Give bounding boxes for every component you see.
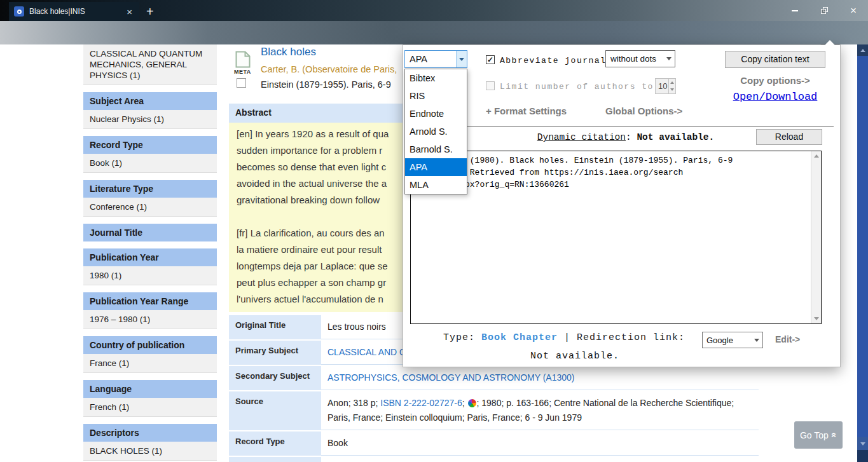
format-settings-link[interactable]: + Format Settings bbox=[486, 105, 567, 116]
format-select-value: APA bbox=[405, 54, 456, 64]
field-value: ASTROPHYSICS, COSMOLOGY AND ASTRONOMY (A… bbox=[321, 366, 759, 390]
field-link[interactable]: ASTROPHYSICS, COSMOLOGY AND ASTRONOMY (A… bbox=[327, 372, 574, 383]
facet-group: LanguageFrench (1) bbox=[83, 380, 217, 417]
facet-item[interactable]: BLACK HOLES (1) bbox=[83, 442, 217, 461]
window-close-button[interactable]: × bbox=[839, 0, 868, 21]
facet-item[interactable]: Book (1) bbox=[83, 154, 217, 173]
format-option[interactable]: Bibtex bbox=[405, 69, 467, 87]
number-spinner[interactable] bbox=[668, 79, 675, 93]
new-tab-button[interactable]: + bbox=[146, 2, 154, 21]
limit-authors-label: Limit number of authors to bbox=[500, 82, 654, 92]
facet-header[interactable]: Journal Title bbox=[83, 224, 217, 241]
record-title-link[interactable]: Black holes bbox=[261, 46, 316, 58]
facet-item[interactable]: France (1) bbox=[83, 354, 217, 373]
format-dropdown-list: BibtexRISEndnoteArnold S.Barnold S.APAML… bbox=[404, 69, 467, 194]
copy-citation-button[interactable]: Copy citation text bbox=[725, 51, 825, 68]
facet-header[interactable]: Publication Year Range bbox=[83, 292, 217, 310]
facet-group: Literature TypeConference (1) bbox=[83, 180, 217, 217]
browser-titlebar: Black holes|INIS × + × bbox=[0, 0, 868, 21]
limit-authors-value: 10 bbox=[656, 79, 668, 93]
field-label: Primary Subject bbox=[229, 341, 321, 365]
dots-select-arrow-icon bbox=[666, 57, 672, 60]
limit-authors-checkbox[interactable] bbox=[486, 81, 495, 90]
facet-group: Record TypeBook (1) bbox=[83, 136, 217, 173]
type-row: Type: Book Chapter | Redirection link: bbox=[443, 332, 691, 343]
window-restore-button[interactable] bbox=[809, 0, 839, 21]
format-option[interactable]: Barnold S. bbox=[405, 140, 467, 158]
global-options-link[interactable]: Global Options-> bbox=[605, 105, 682, 116]
field-row: Literature TypeConference bbox=[229, 457, 759, 462]
format-option[interactable]: APA bbox=[405, 158, 467, 176]
facet-header[interactable]: Country of publication bbox=[83, 336, 217, 354]
format-option[interactable]: Arnold S. bbox=[405, 123, 467, 140]
facet-item[interactable]: French (1) bbox=[83, 398, 217, 417]
limit-authors-input[interactable]: 10 bbox=[655, 78, 676, 94]
record-checkbox[interactable] bbox=[237, 78, 246, 88]
facet-group: DescriptorsBLACK HOLES (1) bbox=[83, 424, 217, 461]
type-label: Type: bbox=[443, 332, 481, 343]
facet-item[interactable]: Conference (1) bbox=[83, 198, 217, 217]
dynamic-citation-value: Not available. bbox=[637, 132, 714, 142]
citation-text: Carter, B. (1980). Black holes. Einstein… bbox=[415, 154, 808, 191]
facet-group: Publication Year Range1976 – 1980 (1) bbox=[83, 292, 217, 329]
dynamic-citation-sep: : bbox=[626, 132, 637, 142]
page-scrollbar[interactable] bbox=[857, 44, 868, 462]
facet-group: Publication Year1980 (1) bbox=[83, 248, 217, 285]
facet-header[interactable]: Record Type bbox=[83, 136, 217, 154]
citation-scrollbar[interactable] bbox=[811, 151, 821, 323]
format-option[interactable]: MLA bbox=[405, 176, 467, 194]
facet-header[interactable]: Subject Area bbox=[83, 92, 217, 110]
popup-notch bbox=[825, 40, 835, 45]
field-label: Record Type bbox=[229, 431, 321, 456]
field-label: Original Title bbox=[229, 315, 321, 339]
format-option[interactable]: Endnote bbox=[405, 105, 467, 123]
copy-options-link[interactable]: Copy options-> bbox=[725, 75, 825, 86]
dots-select-value: without dots bbox=[610, 54, 656, 64]
dots-select[interactable]: without dots bbox=[605, 50, 675, 67]
scrollbar-track-end bbox=[857, 450, 868, 462]
citation-scroll-down-icon[interactable] bbox=[814, 317, 819, 320]
facet-item[interactable]: 1976 – 1980 (1) bbox=[83, 310, 217, 329]
citation-line: /search.aspx?orig_q=RN:13660261 bbox=[415, 179, 808, 191]
go-top-button[interactable]: Go Top« bbox=[794, 421, 843, 449]
edit-link[interactable]: Edit-> bbox=[775, 334, 800, 344]
window-minimize-button[interactable] bbox=[780, 0, 809, 21]
redirect-select-arrow-icon bbox=[754, 339, 759, 342]
citation-textarea[interactable]: Carter, B. (1980). Black holes. Einstein… bbox=[410, 151, 822, 324]
facet-item[interactable]: 1980 (1) bbox=[83, 266, 217, 285]
meta-document-icon bbox=[235, 51, 251, 68]
facet-header[interactable]: Publication Year bbox=[83, 248, 217, 266]
facet-header[interactable]: Descriptors bbox=[83, 424, 217, 442]
format-option[interactable]: RIS bbox=[405, 87, 467, 105]
record-authors[interactable]: Carter, B. (Observatoire de Paris, bbox=[261, 64, 397, 74]
field-row: Record TypeBook bbox=[229, 431, 759, 456]
isbn-link[interactable]: ISBN 2-222-02727-6 bbox=[380, 398, 462, 408]
facet-item[interactable]: CLASSICAL AND QUANTUM MECHANICS, GENERAL… bbox=[83, 44, 217, 85]
scroll-up-arrow[interactable] bbox=[857, 44, 868, 56]
citation-line: Jun 1979. Retrieved from https://inis.ia… bbox=[415, 166, 808, 179]
scroll-down-arrow[interactable] bbox=[857, 437, 868, 450]
field-value: Anon; 318 p; ISBN 2-222-02727-6; ; 1980;… bbox=[321, 391, 759, 430]
facet-header[interactable]: Language bbox=[83, 380, 217, 398]
reload-button[interactable]: Reload bbox=[756, 129, 822, 145]
open-download-link[interactable]: Open/Download bbox=[708, 91, 842, 103]
go-top-label: Go Top bbox=[800, 430, 829, 440]
source-sep: ; bbox=[462, 398, 467, 408]
facet-sidebar: CLASSICAL AND QUANTUM MECHANICS, GENERAL… bbox=[83, 44, 217, 461]
worldcat-icon[interactable] bbox=[468, 399, 476, 407]
tab-close-icon[interactable]: × bbox=[125, 6, 134, 17]
facet-group: Journal Title bbox=[83, 224, 217, 241]
browser-tab[interactable]: Black holes|INIS × bbox=[9, 2, 139, 21]
facet-group: Country of publicationFrance (1) bbox=[83, 336, 217, 373]
facet-header[interactable]: Literature Type bbox=[83, 180, 217, 198]
field-text: Book bbox=[327, 438, 348, 448]
field-label: Secondary Subject bbox=[229, 366, 321, 390]
citation-scroll-up-icon[interactable] bbox=[814, 154, 819, 158]
facet-item[interactable]: Nuclear Physics (1) bbox=[83, 110, 217, 129]
redirect-label: Redirection link: bbox=[577, 332, 691, 343]
dynamic-citation-label[interactable]: Dynamic citation bbox=[537, 132, 626, 142]
abbreviate-journal-checkbox[interactable]: ✓ bbox=[486, 55, 495, 64]
format-select-arrow-icon[interactable] bbox=[456, 51, 467, 67]
redirect-select[interactable]: Google bbox=[702, 332, 763, 348]
format-select[interactable]: APA bbox=[404, 50, 467, 68]
